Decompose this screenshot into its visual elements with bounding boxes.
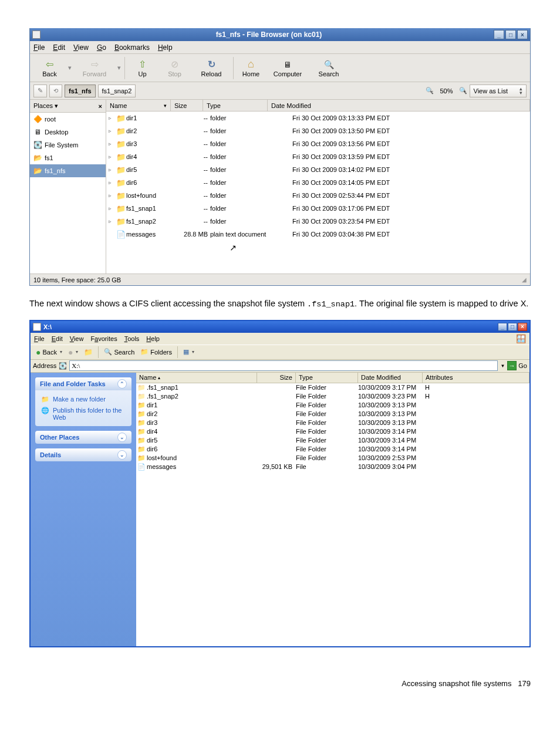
file-row[interactable]: lost+foundFile Folder10/30/2009 2:53 PM [136, 454, 529, 463]
menu-file[interactable]: File [34, 335, 45, 342]
col-type[interactable]: Type [203, 100, 268, 111]
col-name[interactable]: Name [136, 373, 257, 383]
sidebar-item-file-system[interactable]: 💽File System [30, 139, 106, 151]
sidebar-item-root[interactable]: 🔶root [30, 113, 106, 126]
expand-icon[interactable]: ▹ [109, 154, 116, 160]
menu-edit[interactable]: Edit [52, 335, 63, 342]
search-button[interactable]: Search [308, 59, 349, 77]
xp-views-button[interactable] [180, 346, 197, 359]
xp-minimize-button[interactable]: _ [498, 323, 507, 331]
zoom-out-icon[interactable] [426, 87, 434, 94]
col-date[interactable]: Date Modified [268, 100, 530, 111]
expand-icon[interactable]: ▹ [109, 205, 116, 211]
col-attributes[interactable]: Attributes [423, 373, 529, 383]
menu-view[interactable]: View [70, 335, 84, 342]
reload-button[interactable]: Reload [191, 59, 232, 77]
col-date[interactable]: Date Modified [358, 373, 423, 383]
file-row[interactable]: ▹lost+found--folderFri 30 Oct 2009 02:53… [106, 189, 530, 202]
expand-icon[interactable]: ▹ [109, 141, 116, 147]
panel-header[interactable]: Details⌄ [35, 448, 131, 461]
view-mode-select[interactable]: View as List▴▾ [470, 85, 527, 97]
menu-file[interactable]: File [33, 43, 45, 52]
panel-header[interactable]: File and Folder Tasks⌃ [35, 377, 131, 390]
back-dropdown[interactable]: ▾ [66, 64, 74, 72]
breadcrumb-child[interactable]: fs1_snap2 [98, 85, 136, 97]
file-row[interactable]: .fs1_snap1File Folder10/30/2009 3:17 PMH [136, 383, 529, 392]
forward-dropdown[interactable]: ▾ [115, 64, 123, 72]
menu-help[interactable]: Help [146, 335, 160, 342]
back-button[interactable]: Back [33, 59, 66, 77]
xp-back-button[interactable]: Back [33, 346, 65, 359]
expand-icon[interactable]: ▹ [109, 167, 116, 173]
menu-favorites[interactable]: Favorites [90, 335, 117, 342]
zoom-in-icon[interactable] [459, 87, 467, 94]
close-button[interactable]: × [517, 30, 528, 39]
menu-edit[interactable]: Edit [53, 43, 65, 52]
file-row[interactable]: ▹dir2--folderFri 30 Oct 2009 03:13:50 PM… [106, 124, 530, 137]
task-link[interactable]: 🌐Publish this folder to the Web [41, 405, 126, 423]
expand-icon[interactable]: ▹ [109, 218, 116, 224]
file-row[interactable]: ▹fs1_snap2--folderFri 30 Oct 2009 03:23:… [106, 215, 530, 228]
col-name[interactable]: Name [106, 100, 171, 111]
file-row[interactable]: dir5File Folder10/30/2009 3:14 PM [136, 436, 529, 445]
resize-grip-icon[interactable]: ◢ [522, 276, 527, 283]
xp-up-button[interactable] [81, 346, 96, 359]
places-header[interactable]: Places ▾× [30, 100, 106, 113]
file-row[interactable]: dir2File Folder10/30/2009 3:13 PM [136, 410, 529, 418]
xp-search-button[interactable]: Search [101, 346, 137, 359]
sidebar-item-fs1_nfs[interactable]: 📂fs1_nfs [30, 164, 106, 177]
address-input[interactable] [69, 360, 498, 371]
menu-bookmarks[interactable]: Bookmarks [114, 43, 150, 52]
maximize-button[interactable]: □ [505, 30, 516, 39]
address-dropdown[interactable]: ▼ [500, 363, 505, 369]
home-button[interactable]: Home [235, 59, 267, 77]
minimize-button[interactable]: _ [494, 30, 504, 39]
xp-maximize-button[interactable]: □ [508, 323, 517, 331]
expand-icon[interactable]: ▹ [109, 128, 116, 134]
places-sidebar: Places ▾× 🔶root🖥Desktop💽File System📂fs1📂… [30, 100, 106, 274]
sidebar-item-fs1[interactable]: 📂fs1 [30, 151, 106, 164]
expand-icon[interactable]: ▹ [109, 180, 116, 185]
up-button[interactable]: Up [126, 59, 158, 77]
computer-button[interactable]: Computer [267, 59, 308, 77]
file-row[interactable]: ▹dir1--folderFri 30 Oct 2009 03:13:33 PM… [106, 112, 530, 124]
col-size[interactable]: Size [257, 373, 296, 383]
file-row[interactable]: ▹dir4--folderFri 30 Oct 2009 03:13:59 PM… [106, 150, 530, 163]
file-row[interactable]: dir1File Folder10/30/2009 3:13 PM [136, 401, 529, 410]
file-row[interactable]: ▹dir3--folderFri 30 Oct 2009 03:13:56 PM… [106, 137, 530, 150]
menu-tools[interactable]: Tools [124, 335, 140, 342]
col-type[interactable]: Type [296, 373, 358, 383]
file-row[interactable]: ▹dir5--folderFri 30 Oct 2009 03:14:02 PM… [106, 163, 530, 176]
chevron-down-icon[interactable]: ⌄ [117, 450, 127, 460]
file-row[interactable]: ▹fs1_snap1--folderFri 30 Oct 2009 03:17:… [106, 202, 530, 215]
breadcrumb-current[interactable]: fs1_nfs [65, 85, 96, 97]
file-row[interactable]: ▹dir6--folderFri 30 Oct 2009 03:14:05 PM… [106, 176, 530, 189]
file-row[interactable]: dir3File Folder10/30/2009 3:13 PM [136, 418, 529, 427]
chevron-down-icon[interactable]: ⌄ [117, 433, 127, 442]
xp-forward-button[interactable] [65, 346, 81, 359]
menu-help[interactable]: Help [158, 43, 173, 52]
menu-go[interactable]: Go [97, 43, 106, 52]
expand-icon[interactable]: ▹ [109, 115, 116, 121]
file-row[interactable]: messages29,501 KBFile10/30/2009 3:04 PM [136, 463, 529, 471]
xp-titlebar[interactable]: X:\ _ □ × [31, 321, 529, 333]
panel-header[interactable]: Other Places⌄ [35, 431, 131, 444]
go-button[interactable]: →Go [507, 361, 527, 370]
close-sidebar-icon[interactable]: × [99, 103, 102, 110]
file-row[interactable]: dir4File Folder10/30/2009 3:14 PM [136, 427, 529, 436]
col-size[interactable]: Size [171, 100, 203, 111]
sidebar-item-desktop[interactable]: 🖥Desktop [30, 126, 106, 139]
edit-path-button[interactable] [33, 85, 47, 97]
menu-view[interactable]: View [73, 43, 89, 52]
titlebar[interactable]: fs1_nfs - File Browser (on kc01) _ □ × [30, 28, 530, 41]
xp-folders-button[interactable]: Folders [137, 346, 175, 359]
chevron-up-icon[interactable]: ⌃ [117, 379, 127, 389]
path-history-button[interactable] [49, 85, 62, 97]
xp-close-button[interactable]: × [518, 323, 527, 331]
status-bar: 10 items, Free space: 25.0 GB◢ [30, 274, 530, 285]
task-link[interactable]: 📁Make a new folder [41, 394, 126, 405]
expand-icon[interactable]: ▹ [109, 193, 116, 198]
file-row[interactable]: messages28.8 MBplain text documentFri 30… [106, 228, 530, 241]
file-row[interactable]: .fs1_snap2File Folder10/30/2009 3:23 PMH [136, 392, 529, 401]
file-row[interactable]: dir6File Folder10/30/2009 3:14 PM [136, 445, 529, 454]
